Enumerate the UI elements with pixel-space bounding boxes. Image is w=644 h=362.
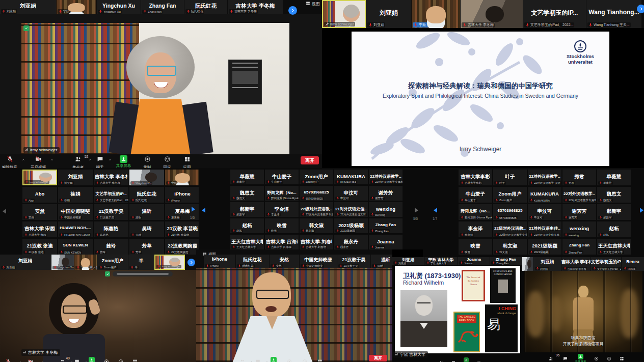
filmstrip-tile[interactable]: 温昕温昕 [371, 255, 392, 268]
filmstrip-tile[interactable]: 刘亚娟刘亚娟 [366, 0, 411, 28]
gallery-name-tile[interactable]: 申汶可申汶可 [334, 186, 368, 201]
unmute-button[interactable]: 解除静音 [2, 155, 17, 168]
gallery-name-tile[interactable]: 22对外汉语教学...22对外汉语教学专属班级 [369, 170, 403, 184]
record-button[interactable] [104, 357, 109, 362]
gallery-name-tile[interactable]: AboAbo [22, 187, 57, 203]
gallery-name-tile[interactable]: 谢芳芳谢芳芳 [369, 186, 403, 201]
filmstrip-tile[interactable]: 半半 [128, 255, 154, 270]
video-thumbnail[interactable]: 吉林大学 李冬梅 [461, 0, 523, 28]
share-screen-button[interactable]: 共享屏幕 [575, 354, 586, 362]
caret-icon[interactable] [250, 356, 253, 362]
filmstrip-tile[interactable]: 刘亚娟刘亚娟 [392, 257, 424, 265]
filmstrip-next-button[interactable] [637, 5, 644, 13]
filmstrip-tile[interactable]: 刘亚娟刘亚娟 [0, 255, 51, 270]
filmstrip-tile[interactable]: 中国史师晓斐中国史师晓斐 [300, 255, 337, 268]
gallery-name-tile[interactable]: 叶子叶子 [493, 170, 527, 185]
gallery-name-tile[interactable]: 22级对外汉语教...22级对外汉语教学专业党支 [300, 202, 333, 217]
gallery-name-tile[interactable]: KUMAKURAKUMAKURA [334, 170, 368, 184]
leave-button[interactable]: 离开 [301, 156, 319, 164]
chat-button[interactable] [451, 357, 455, 362]
gallery-name-tile[interactable]: 王天红吉林大学王天红吉林大学 [597, 239, 631, 255]
gallery-name-tile[interactable]: 阮氏红花阮氏红花 [129, 187, 164, 203]
share-screen-button[interactable] [89, 357, 95, 362]
apps-button[interactable]: 应用 [183, 155, 191, 168]
participants-button[interactable]: 52参会者 [72, 155, 84, 168]
gallery-name-tile[interactable]: wenxingwenxing [369, 202, 403, 217]
gallery-name-tile[interactable]: 2021级杨颖2021级杨颖 [528, 239, 561, 255]
caret-icon[interactable] [265, 356, 269, 362]
gallery-name-tile[interactable]: 茜玲茜玲 [94, 239, 128, 255]
gallery-name-tile[interactable]: 22汉教周婉霞22汉教周婉霞 [165, 239, 199, 255]
caret-icon[interactable] [70, 356, 73, 362]
gallery-video-tile[interactable]: irmy schweiger [22, 170, 57, 185]
filmstrip-tile[interactable]: 刘亚娟刘亚娟 [534, 257, 561, 271]
record-button[interactable] [477, 357, 481, 362]
gallery-name-tile[interactable]: 6570396682565703966825 [300, 186, 333, 201]
gallery-name-tile[interactable]: 21汉教 张迪21汉教 张迪 [22, 239, 57, 255]
participants-button[interactable]: 96参会者 [547, 354, 555, 362]
participants-button[interactable] [439, 357, 443, 362]
share-screen-button[interactable] [271, 357, 277, 362]
filmstrip-tile[interactable]: Zoom用户Zoom用户 [97, 255, 128, 270]
gallery-name-tile[interactable]: 吉林大学 吕海琛吉林大学 吕海琛 [265, 235, 299, 249]
reactions-button[interactable]: 回应 [606, 354, 612, 362]
gallery-name-tile[interactable]: 21汉教于昊21汉教于昊 [94, 204, 128, 220]
caret-icon[interactable] [85, 356, 88, 362]
video-thumbnail[interactable]: 宁欣 吉林大学 [412, 0, 460, 28]
filmstrip-tile[interactable]: 阮氏红花阮氏红花 [184, 0, 227, 14]
start-video-button[interactable]: 开启视频 [25, 357, 36, 362]
record-button[interactable]: 录制 [594, 354, 599, 362]
chat-button[interactable] [255, 357, 260, 362]
chat-button[interactable]: 聊天 [96, 155, 104, 168]
caret-icon[interactable] [108, 155, 112, 164]
gallery-name-tile[interactable]: 野间龙辉（No...野间龙辉 (Noma Ryuk [459, 204, 492, 220]
filmstrip-tile[interactable]: Wang Tianhong...Wang Tianhong 王天... [586, 0, 641, 28]
gallery-name-tile[interactable]: 李金泽李金泽 [265, 202, 299, 217]
gallery-name-tile[interactable]: 魏思文魏思文 [597, 187, 631, 203]
gallery-name-tile[interactable]: 22对外汉语教学...22对外汉语教学专属班级 [562, 187, 596, 203]
reactions-button[interactable] [118, 357, 123, 362]
gallery-prev-button[interactable] [1, 207, 8, 216]
gallery-name-tile[interactable]: 申汶可申汶可 [528, 204, 561, 220]
filmstrip-next-button[interactable] [288, 6, 297, 15]
gallery-prev-button[interactable] [200, 206, 207, 215]
gallery-name-tile[interactable]: 文艺学初玉的iP...文艺学初玉的iPad、2022... [94, 187, 128, 203]
gallery-name-tile[interactable]: 吴琦吴琦 [129, 221, 164, 237]
gallery-video-tile[interactable]: 宁欣 吉林大学 [165, 170, 199, 185]
gallery-name-tile[interactable]: 中国史师晓斐中国史师晓斐 [58, 204, 93, 220]
gallery-name-tile[interactable]: 野间龙辉（No...野间龙辉 (Noma Ryuk... [265, 186, 299, 201]
gallery-name-tile[interactable]: 魏思文魏思文 [230, 186, 264, 201]
gallery-name-tile[interactable]: Zoom用户Zoom用户 [300, 170, 333, 184]
gallery-name-tile[interactable]: 牛山爱子牛山爱子 [459, 187, 492, 203]
video-thumbnail[interactable] [522, 257, 533, 271]
gallery-prev-button[interactable] [432, 206, 439, 215]
caret-icon[interactable] [19, 356, 22, 362]
unmute-button[interactable]: 解除静音 [3, 357, 14, 362]
gallery-name-tile[interactable]: 秀君秀君 [562, 170, 596, 185]
filmstrip-tile[interactable]: 宁欣 吉林大学宁欣 吉林大学 [424, 257, 458, 265]
gallery-name-tile[interactable]: 赵柘赵柘 [597, 221, 631, 237]
filmstrip-tile[interactable]: 吉林大学 李冬梅吉林大学 李冬梅 [228, 0, 283, 14]
filmstrip-tile[interactable]: 吉林大学 李冬梅吉林大学 李冬梅 [561, 257, 591, 271]
gallery-name-tile[interactable]: JoannaJoanna [369, 235, 403, 249]
gallery-name-tile[interactable]: 吉林大学 宋园吉林大学 宋园 [22, 221, 57, 237]
gallery-name-tile[interactable]: 李金泽李金泽 [459, 221, 492, 237]
gallery-name-tile[interactable]: 韩文淑韩文淑 [493, 239, 527, 255]
gallery-name-tile[interactable]: 映雪映雪 [459, 239, 492, 255]
gallery-name-tile[interactable]: wenxingwenxing [562, 221, 596, 237]
gallery-name-tile[interactable]: 王天红吉林大学王天红吉林大学 [230, 235, 264, 249]
video-thumbnail[interactable]: Yingchun Xu [51, 255, 74, 270]
gallery-name-tile[interactable]: 2021级杨颖2021级杨颖 [334, 218, 368, 233]
gallery-name-tile[interactable]: 韩文淑韩文淑 [300, 218, 333, 233]
gallery-name-tile[interactable]: SUN KEWENSUN KEWEN [58, 239, 93, 255]
gallery-next-button[interactable] [638, 206, 644, 215]
view-button[interactable]: 视图 [306, 1, 320, 7]
filmstrip-tile[interactable]: JoannaJoanna [458, 257, 490, 265]
gallery-name-tile[interactable]: 陈惠艳陈惠艳 [94, 221, 128, 237]
gallery-name-tile[interactable]: HUAWEI NOH-...HUAWEI NOH-AN01 [58, 221, 93, 237]
gallery-name-tile[interactable]: 郝新宇郝新宇 [597, 204, 631, 220]
gallery-name-tile[interactable]: 吉林大学 李冬梅吉林大学 李冬梅 [94, 170, 128, 185]
video-thumbnail[interactable]: 宁欣 吉林大学 [57, 0, 96, 14]
gallery-name-tile[interactable]: 吉林大学-刘春明吉林大学-刘春明 [300, 235, 333, 249]
participants-button[interactable]: 40 [60, 357, 65, 362]
